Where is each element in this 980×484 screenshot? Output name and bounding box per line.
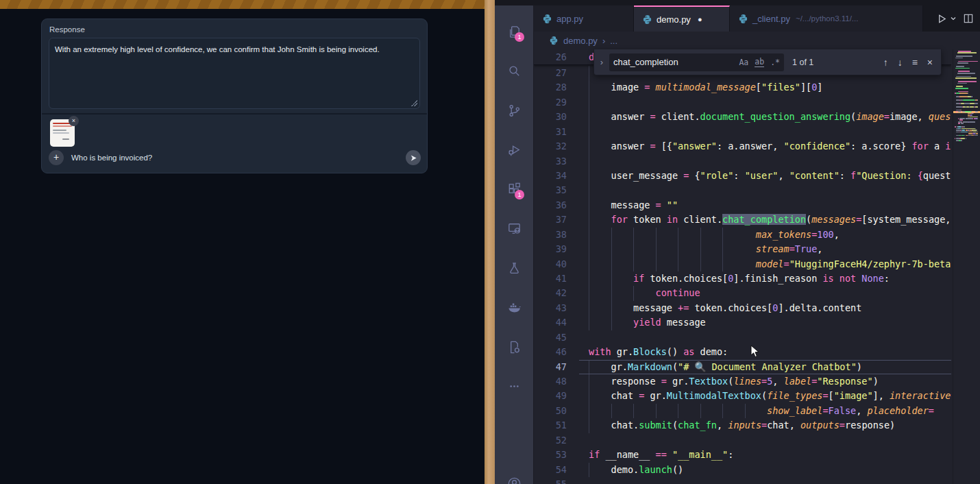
response-label: Response: [49, 25, 85, 34]
minimap-line: [964, 103, 969, 104]
desktop-wallpaper-strip: [485, 0, 495, 484]
minimap-line: [961, 123, 964, 124]
account-icon: [506, 476, 522, 484]
minimap-line: [968, 113, 972, 114]
git-branch-icon: [506, 103, 522, 119]
breadcrumb-file[interactable]: demo.py: [563, 36, 598, 46]
run-python-file-button[interactable]: [937, 14, 957, 24]
minimap-line: [958, 61, 978, 62]
python-icon: [738, 14, 748, 24]
python-icon: [549, 36, 559, 45]
remove-attachment-button[interactable]: ×: [69, 116, 79, 126]
sidebar-item-run-debug[interactable]: [495, 132, 534, 167]
whole-word-toggle[interactable]: ab: [755, 57, 764, 67]
code-line: 43 message += token.choices[0].delta.con…: [534, 301, 951, 315]
play-icon: [937, 14, 947, 24]
minimap-line: [956, 106, 961, 108]
minimap-line: [975, 135, 978, 136]
code-line: 42 continue: [534, 286, 951, 300]
modified-dot[interactable]: ●: [698, 15, 702, 23]
minimap-line: [961, 140, 961, 141]
minimap-line: [959, 93, 967, 94]
code-line: 33: [534, 154, 951, 169]
activity-bar: 1 1: [495, 5, 534, 484]
code-line: 38 max_tokens=100,: [534, 228, 951, 242]
search-icon: [506, 63, 522, 79]
code-line: 28 image = multimodal_message["files"][0…: [534, 80, 951, 95]
tab-demo-py[interactable]: demo.py ●: [634, 5, 730, 32]
breadcrumb[interactable]: demo.py › ...: [534, 32, 980, 49]
find-previous-button[interactable]: ↑: [883, 57, 888, 68]
sidebar-item-account[interactable]: [495, 466, 534, 484]
sidebar-item-file-settings[interactable]: [495, 330, 534, 364]
chevron-down-icon: [950, 15, 957, 22]
minimap-line: [957, 62, 968, 64]
sidebar-item-extensions[interactable]: 1: [495, 172, 534, 206]
minimap-line: [963, 99, 975, 101]
tab-bar: app.py demo.py ● _client.py ~/.../python…: [534, 0, 980, 32]
sidebar-item-more[interactable]: [495, 369, 534, 403]
code-line: 48 response = gr.Textbox(lines=5, label=…: [534, 374, 951, 389]
python-icon: [642, 14, 652, 25]
breadcrumb-more[interactable]: ...: [610, 36, 617, 46]
minimap-line: [957, 52, 977, 53]
code-line: 35: [534, 183, 951, 197]
tab-client-py[interactable]: _client.py ~/.../python3.11/...: [730, 5, 923, 32]
find-input[interactable]: chat_completion Aa ab .*: [609, 53, 784, 71]
code-editor[interactable]: 2728 image = multimodal_message["files"]…: [534, 49, 951, 484]
code-line: 37 for token in client.chat_completion(m…: [534, 213, 951, 227]
find-nav: ↑ ↓ ≡ ×: [883, 57, 941, 68]
tab-path: ~/.../python3.11/...: [796, 14, 859, 23]
send-button[interactable]: [406, 150, 421, 165]
minimap-line: [968, 93, 968, 94]
ellipsis-icon: [506, 378, 522, 394]
breadcrumb-separator: ›: [602, 36, 605, 46]
minimap-line: [955, 88, 968, 89]
thumb-line: [53, 123, 71, 124]
thumb-line: [53, 125, 72, 127]
editor-actions: [931, 5, 979, 32]
textarea-resize-handle[interactable]: [411, 100, 417, 106]
minimap-line: [975, 103, 978, 104]
minimap-line: [961, 128, 975, 130]
sidebar-item-search[interactable]: [495, 53, 534, 88]
sidebar-item-remote-explorer[interactable]: [495, 211, 534, 245]
sidebar-item-docker[interactable]: [495, 290, 534, 324]
minimap-line: [972, 114, 972, 116]
toggle-replace-chevron[interactable]: ›: [594, 57, 609, 67]
match-case-toggle[interactable]: Aa: [739, 58, 748, 67]
minimap-line: [975, 128, 976, 130]
sidebar-item-testing[interactable]: [495, 251, 534, 285]
split-editor-button[interactable]: [964, 14, 973, 23]
code-line: 40 model="HuggingFaceH4/zephyr-7b-beta")…: [534, 257, 951, 271]
code-line: 30 answer = client.document_question_ans…: [534, 110, 951, 124]
find-close-button[interactable]: ×: [927, 57, 933, 68]
minimap-line: [961, 138, 965, 139]
mouse-cursor: [750, 345, 760, 358]
sidebar-item-explorer[interactable]: 1: [495, 14, 534, 49]
response-text: With an extremely high level of confiden…: [55, 45, 380, 53]
code-line: 45: [534, 330, 951, 345]
tab-app-py[interactable]: app.py: [534, 5, 634, 32]
code-line: 54 demo.launch(): [534, 463, 951, 477]
debug-icon: [506, 142, 522, 158]
regex-toggle[interactable]: .*: [770, 58, 780, 67]
split-editor-icon: [964, 14, 973, 23]
chat-input-text[interactable]: Who is being invoiced?: [71, 154, 152, 162]
add-file-button[interactable]: +: [49, 150, 64, 165]
find-next-button[interactable]: ↓: [898, 57, 903, 68]
browser-window: Response With an extremely high level of…: [0, 0, 485, 484]
response-textarea[interactable]: With an extremely high level of confiden…: [49, 38, 420, 109]
card-divider: [42, 113, 427, 114]
minimap-line: [956, 86, 963, 87]
code-line: 52: [534, 433, 951, 448]
minimap-line: [957, 73, 975, 74]
file-gear-icon: [506, 339, 522, 355]
find-in-selection-button[interactable]: ≡: [912, 57, 918, 68]
vscode-window: 1 1: [495, 0, 980, 484]
code-line: 44 yield message: [534, 315, 951, 330]
sidebar-item-source-control[interactable]: [495, 93, 534, 128]
extensions-badge: 1: [515, 190, 524, 199]
minimap-line: [972, 96, 972, 97]
minimap[interactable]: [953, 49, 980, 484]
